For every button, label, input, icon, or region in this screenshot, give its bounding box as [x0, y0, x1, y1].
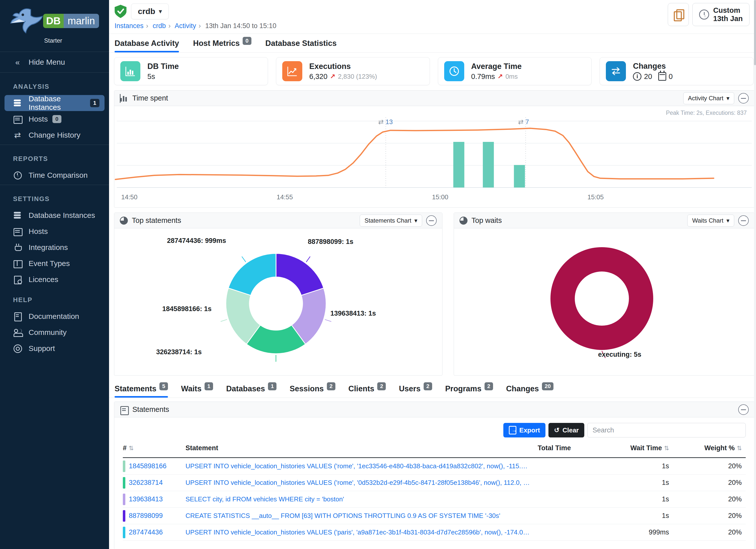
statement-text-link[interactable]: UPSERT INTO vehicle_location_histories V… [185, 462, 538, 470]
time-range-button[interactable]: Custom 13th Jan [692, 3, 749, 26]
divider [0, 145, 109, 145]
sidebar-item-event-types[interactable]: Event Types [0, 255, 109, 271]
collapse-panel-button[interactable] [738, 93, 749, 104]
tab-statements[interactable]: Statements 5 [115, 380, 168, 398]
statement-text-link[interactable]: UPSERT INTO vehicle_location_histories V… [185, 528, 538, 536]
donut-label: 887898099: 1s [308, 238, 353, 246]
tab-sessions[interactable]: Sessions 2 [290, 380, 335, 398]
ring-icon [13, 344, 22, 353]
svg-text:15:05: 15:05 [587, 193, 604, 201]
tab-waits[interactable]: Waits 1 [181, 380, 213, 398]
rows-icon [13, 115, 22, 124]
info-icon[interactable]: i [633, 72, 641, 81]
sidebar-item-hosts[interactable]: Hosts 0 [0, 111, 109, 127]
col-total-time[interactable]: Total Time [538, 444, 588, 452]
swap-icon: ⇄ [13, 131, 22, 140]
kpi-value: 0.79ms [471, 72, 495, 81]
sidebar-item-database-instances[interactable]: Database Instances [0, 207, 109, 223]
collapse-panel-button[interactable] [738, 215, 749, 226]
col-id[interactable]: #⇅ [123, 444, 185, 452]
search-input[interactable] [587, 423, 746, 437]
clock-icon [699, 10, 709, 20]
collapse-panel-button[interactable] [426, 215, 437, 226]
activity-chart-select[interactable]: Activity Chart ▾ [683, 92, 734, 104]
col-wait-time[interactable]: Wait Time⇅ [588, 444, 673, 452]
kpi-event-count: 0 [669, 72, 673, 81]
panel-title: Statements [132, 405, 169, 414]
chevron-down-icon: ▾ [726, 217, 729, 224]
breadcrumb-instances[interactable]: Instances [115, 22, 144, 30]
tab-host-metrics[interactable]: Host Metrics 0 [193, 34, 251, 52]
sidebar-item-licences[interactable]: Licences [0, 271, 109, 288]
sidebar-item-database-instances[interactable]: Database Instances 1 [5, 95, 105, 111]
chevron-down-icon: ▾ [726, 95, 729, 102]
calendar-icon[interactable] [658, 72, 666, 81]
statement-id-link[interactable]: 1845898166 [129, 462, 166, 470]
tab-users[interactable]: Users 2 [399, 380, 432, 398]
clear-button[interactable]: ↺ Clear [548, 423, 584, 437]
breadcrumb-activity[interactable]: Activity [175, 22, 196, 30]
statement-color-bar [123, 477, 125, 489]
sidebar-section-help: HELP [0, 288, 109, 308]
hide-menu-button[interactable]: « Hide Menu [0, 53, 109, 71]
collapse-panel-button[interactable] [738, 404, 749, 415]
col-weight[interactable]: Weight %⇅ [673, 444, 746, 452]
sidebar-item-support[interactable]: Support [0, 340, 109, 356]
sidebar-item-change-history[interactable]: ⇄ Change History [0, 127, 109, 143]
sidebar-item-community[interactable]: Community [0, 324, 109, 340]
statement-text-link[interactable]: UPSERT INTO vehicle_location_histories V… [185, 479, 538, 487]
statement-text-link[interactable]: CREATE STATISTICS __auto__ FROM [63] WIT… [185, 512, 538, 520]
sidebar-item-time-comparison[interactable]: Time Comparison [0, 167, 109, 183]
dbmarlin-app: DB marlin Starter « Hide Menu ANALYSIS D… [0, 0, 756, 549]
clock-icon [444, 61, 464, 81]
sidebar-section-settings: SETTINGS [0, 187, 109, 207]
time-spent-chart[interactable]: ⇄ 13⇄ 714:5014:5515:0015:05 [114, 106, 754, 207]
tab-clients[interactable]: Clients 2 [348, 380, 386, 398]
sidebar-item-documentation[interactable]: Documentation [0, 308, 109, 324]
scrollbar[interactable] [754, 0, 756, 549]
sidebar-item-hosts[interactable]: Hosts [0, 223, 109, 239]
panel-title: Top statements [132, 216, 181, 225]
rows-icon [13, 227, 22, 236]
badge: 0 [243, 37, 251, 45]
kpi-info-count: 20 [644, 72, 652, 81]
statement-id-link[interactable]: 287474436 [129, 528, 163, 536]
donut-label: 139638413: 1s [330, 310, 376, 317]
tab-database-activity[interactable]: Database Activity [115, 34, 179, 52]
users-icon [13, 328, 22, 337]
breadcrumb-crdb[interactable]: crdb [153, 22, 166, 30]
statements-panel: Statements Export ↺ Clear #⇅ Statement [114, 402, 754, 549]
export-button[interactable]: Export [503, 423, 545, 437]
instance-selector[interactable]: crdb ▾ [131, 4, 169, 19]
badge: 1 [90, 99, 100, 107]
badge: 2 [377, 382, 386, 390]
statement-id-link[interactable]: 326238714 [129, 479, 163, 487]
panel-title: Time spent [132, 94, 168, 102]
copy-icon [674, 9, 683, 20]
donut-label: 287474436: 999ms [167, 237, 226, 245]
badge: 2 [327, 382, 335, 390]
donut-label: 326238714: 1s [156, 348, 202, 356]
edition-label: Starter [44, 37, 109, 44]
col-statement[interactable]: Statement [185, 444, 538, 452]
wait-time-value: 1s [588, 462, 673, 470]
tab-database-statistics[interactable]: Database Statistics [265, 34, 337, 52]
statements-chart-select[interactable]: Statements Chart ▾ [360, 215, 422, 227]
copy-link-button[interactable] [668, 3, 689, 26]
table-toolbar: Export ↺ Clear [114, 417, 754, 439]
tab-changes[interactable]: Changes 20 [506, 380, 553, 398]
waits-chart-select[interactable]: Waits Chart ▾ [687, 215, 734, 227]
logo[interactable]: DB marlin Starter [0, 0, 109, 50]
weight-value: 20% [673, 512, 746, 520]
sidebar-item-integrations[interactable]: Integrations [0, 239, 109, 255]
statement-id-link[interactable]: 139638413 [129, 495, 163, 503]
statement-text-link[interactable]: SELECT city, id FROM vehicles WHERE city… [185, 495, 538, 503]
undo-icon: ↺ [554, 426, 559, 434]
tab-databases[interactable]: Databases 1 [226, 380, 276, 398]
tab-programs[interactable]: Programs 2 [445, 380, 493, 398]
time-range-mode: Custom [713, 6, 743, 15]
wait-time-value: 1s [588, 495, 673, 503]
statement-id-link[interactable]: 887898099 [129, 512, 163, 520]
scrollbar-thumb[interactable] [754, 0, 756, 65]
plug-icon [13, 243, 22, 252]
